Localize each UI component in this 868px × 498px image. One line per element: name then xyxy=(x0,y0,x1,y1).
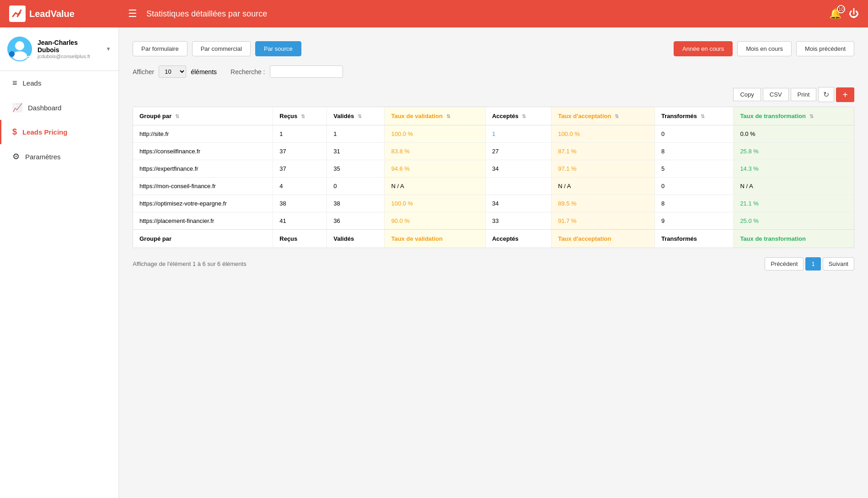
filter-right: Année en cours Mois en cours Mois précéd… xyxy=(674,41,854,56)
th-acceptes[interactable]: Acceptés ⇅ xyxy=(485,107,551,125)
page-title: Statistiques détaillées par source xyxy=(146,9,829,19)
mois-precedent-button[interactable]: Mois précédent xyxy=(796,41,854,56)
td-acceptes xyxy=(485,178,551,195)
par-formulaire-button[interactable]: Par formulaire xyxy=(133,41,188,56)
print-button[interactable]: Print xyxy=(791,88,817,101)
td-taux-acceptation: 100.0 % xyxy=(552,125,655,143)
th-taux-acceptation[interactable]: Taux d'acceptation ⇅ xyxy=(552,107,655,125)
tf-valides: Validés xyxy=(327,230,385,248)
recherche-label: Recherche : xyxy=(230,68,265,76)
tf-recus: Reçus xyxy=(273,230,327,248)
page-1-button[interactable]: 1 xyxy=(805,257,820,271)
th-recus[interactable]: Reçus ⇅ xyxy=(273,107,327,125)
tf-taux-validation: Taux de validation xyxy=(385,230,485,248)
td-acceptes: 27 xyxy=(485,143,551,160)
table-row: https://conseilfinance.fr 37 31 83.8 % 2… xyxy=(133,143,854,160)
data-table-wrapper: Groupé par ⇅ Reçus ⇅ Validés ⇅ Taux de xyxy=(133,107,854,248)
td-groupe-par: https://conseilfinance.fr xyxy=(133,143,273,160)
td-taux-validation: 90.0 % xyxy=(385,212,485,230)
th-valides[interactable]: Validés ⇅ xyxy=(327,107,385,125)
table-row: https://mon-conseil-finance.fr 4 0 N / A… xyxy=(133,178,854,195)
logo: LeadValue xyxy=(9,5,128,22)
th-groupe-par[interactable]: Groupé par ⇅ xyxy=(133,107,273,125)
par-commercial-button[interactable]: Par commercial xyxy=(192,41,251,56)
par-source-button[interactable]: Par source xyxy=(255,41,301,56)
td-taux-validation: N / A xyxy=(385,178,485,195)
sort-icon-valides: ⇅ xyxy=(358,114,362,119)
main-content: Par formulaire Par commercial Par source… xyxy=(119,27,868,498)
sidebar-item-parametres[interactable]: ⚙ Paramètres xyxy=(0,144,118,169)
td-taux-acceptation: 87.1 % xyxy=(552,143,655,160)
td-taux-acceptation: 97.1 % xyxy=(552,160,655,178)
td-transformes: 8 xyxy=(654,143,733,160)
add-button[interactable]: + xyxy=(836,87,854,102)
td-valides: 35 xyxy=(327,160,385,178)
afficher-label: Afficher xyxy=(133,68,154,76)
sidebar-item-leads-pricing[interactable]: $ Leads Pricing xyxy=(0,120,118,144)
annee-en-cours-button[interactable]: Année en cours xyxy=(674,41,733,56)
csv-button[interactable]: CSV xyxy=(763,88,789,101)
th-taux-transformation[interactable]: Taux de transformation ⇅ xyxy=(734,107,854,125)
avatar xyxy=(7,37,32,61)
table-body: http://site.fr 1 1 100.0 % 1 100.0 % 0 0… xyxy=(133,125,854,230)
td-taux-transformation: 25.0 % xyxy=(734,212,854,230)
sort-icon-acceptes: ⇅ xyxy=(522,114,526,119)
td-taux-acceptation: N / A xyxy=(552,178,655,195)
sidebar-item-leads-label: Leads xyxy=(23,79,42,87)
filter-left: Par formulaire Par commercial Par source xyxy=(133,41,301,56)
table-footer-row: Groupé par Reçus Validés Taux de validat… xyxy=(133,230,854,248)
td-taux-acceptation: 89.5 % xyxy=(552,195,655,212)
sort-icon-transformes: ⇅ xyxy=(701,114,705,119)
td-valides: 1 xyxy=(327,125,385,143)
refresh-button[interactable]: ↻ xyxy=(818,87,834,102)
table-header-row: Groupé par ⇅ Reçus ⇅ Validés ⇅ Taux de xyxy=(133,107,854,125)
elements-select[interactable]: 10 25 50 100 xyxy=(159,65,186,78)
hamburger-icon[interactable]: ☰ xyxy=(128,8,137,20)
layout: Jean-Charles Dubois jcdubois@conseilplus… xyxy=(0,27,868,498)
td-groupe-par: https://placement-financier.fr xyxy=(133,212,273,230)
header-icons: 🔔 10 ⏻ xyxy=(829,8,859,20)
sidebar-profile: Jean-Charles Dubois jcdubois@conseilplus… xyxy=(0,27,118,71)
parametres-icon: ⚙ xyxy=(12,152,20,162)
tf-groupe-par: Groupé par xyxy=(133,230,273,248)
td-taux-transformation: 14.3 % xyxy=(734,160,854,178)
profile-email: jcdubois@conseilplus.fr xyxy=(38,54,100,59)
search-input[interactable] xyxy=(270,65,343,78)
leads-icon: ≡ xyxy=(12,78,17,88)
th-taux-validation[interactable]: Taux de validation ⇅ xyxy=(385,107,485,125)
td-transformes: 5 xyxy=(654,160,733,178)
td-groupe-par: https://expertfinance.fr xyxy=(133,160,273,178)
sort-icon-tv: ⇅ xyxy=(446,114,450,119)
pagination-row: Affichage de l'élément 1 à 6 sur 6 éléme… xyxy=(133,257,854,271)
td-recus: 37 xyxy=(273,143,327,160)
online-indicator xyxy=(27,56,31,60)
td-taux-validation: 94.6 % xyxy=(385,160,485,178)
power-button[interactable]: ⏻ xyxy=(849,8,859,20)
td-recus: 1 xyxy=(273,125,327,143)
td-transformes: 0 xyxy=(654,125,733,143)
table-row: https://placement-financier.fr 41 36 90.… xyxy=(133,212,854,230)
filter-row: Par formulaire Par commercial Par source… xyxy=(133,41,854,56)
td-taux-transformation: 21.1 % xyxy=(734,195,854,212)
td-recus: 37 xyxy=(273,160,327,178)
td-recus: 38 xyxy=(273,195,327,212)
precedent-button[interactable]: Précédent xyxy=(765,257,804,271)
td-acceptes: 34 xyxy=(485,195,551,212)
copy-button[interactable]: Copy xyxy=(733,88,761,101)
mois-en-cours-button[interactable]: Mois en cours xyxy=(737,41,792,56)
svg-rect-5 xyxy=(10,52,14,57)
sidebar-item-dashboard[interactable]: 📈 Dashboard xyxy=(0,95,118,120)
elements-label: éléments xyxy=(191,68,217,76)
td-taux-validation: 83.8 % xyxy=(385,143,485,160)
th-transformes[interactable]: Transformés ⇅ xyxy=(654,107,733,125)
td-recus: 41 xyxy=(273,212,327,230)
bell-button[interactable]: 🔔 10 xyxy=(829,8,841,20)
profile-name: Jean-Charles Dubois xyxy=(38,39,100,54)
logo-icon xyxy=(9,5,26,22)
td-acceptes: 1 xyxy=(485,125,551,143)
logo-text: LeadValue xyxy=(29,9,75,19)
profile-chevron-icon[interactable]: ▼ xyxy=(106,46,111,52)
td-taux-validation: 100.0 % xyxy=(385,125,485,143)
sidebar-item-leads[interactable]: ≡ Leads xyxy=(0,71,118,95)
suivant-button[interactable]: Suivant xyxy=(823,257,854,271)
